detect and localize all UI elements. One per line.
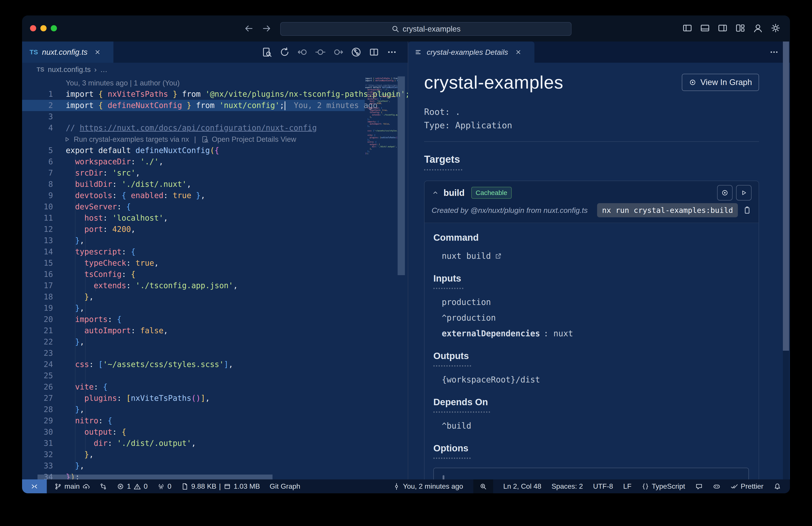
tab-project-details[interactable]: crystal-examples Details <box>408 42 534 63</box>
open-preview-icon[interactable] <box>261 47 272 57</box>
collapse-chevron-icon[interactable] <box>432 189 439 197</box>
code-line[interactable]: 5export default defineNuxtConfig({ <box>22 145 408 156</box>
code-editor[interactable]: You, 3 minutes ago | 1 author (You)1impo… <box>22 76 408 479</box>
line-number[interactable]: 15 <box>22 257 53 269</box>
statusbar-zoom-control[interactable] <box>473 479 493 493</box>
code-line[interactable]: 4// https://nuxt.com/docs/api/configurat… <box>22 122 408 133</box>
code-line[interactable]: 28 }, <box>22 404 408 415</box>
statusbar-git-graph[interactable]: Git Graph <box>270 482 300 491</box>
code-line[interactable]: 9 devtools: { enabled: true }, <box>22 190 408 201</box>
toggle-primary-sidebar-icon[interactable] <box>682 23 692 33</box>
code-line[interactable]: 16 tsConfig: { <box>22 269 408 280</box>
codelens-open-link[interactable]: Open Project Details View <box>212 133 296 145</box>
line-number[interactable]: 6 <box>22 156 53 167</box>
line-number[interactable]: 7 <box>22 167 53 179</box>
line-number[interactable]: 18 <box>22 291 53 302</box>
statusbar-formatter[interactable]: Prettier <box>730 482 764 491</box>
breadcrumb-file[interactable]: nuxt.config.ts <box>48 65 91 74</box>
minimap[interactable]: import { nxViteTsPaths } from '@nx/vite/… <box>365 77 397 155</box>
settings-gear-icon[interactable] <box>770 23 781 33</box>
line-number[interactable]: 24 <box>22 359 53 370</box>
code-line[interactable]: 24 css: ['~/assets/css/styles.scss'], <box>22 359 408 370</box>
code-line[interactable]: 3 <box>22 111 408 122</box>
line-number[interactable]: 13 <box>22 235 53 246</box>
statusbar-git-compare[interactable] <box>100 483 107 490</box>
code-line[interactable]: 15 typeCheck: true, <box>22 257 408 269</box>
code-line[interactable]: 6 workspaceDir: './', <box>22 156 408 167</box>
code-line[interactable]: 29 nitro: { <box>22 415 408 426</box>
statusbar-language-mode[interactable]: TypeScript <box>642 482 685 491</box>
split-editor-icon[interactable] <box>369 47 379 57</box>
line-number[interactable]: 5 <box>22 145 53 156</box>
line-number[interactable]: 27 <box>22 393 53 404</box>
code-line[interactable]: 27 plugins: [nxViteTsPaths()], <box>22 393 408 404</box>
minimize-window-button[interactable] <box>40 25 46 31</box>
editor-horizontal-scrollbar[interactable] <box>38 474 273 479</box>
line-number[interactable]: 25 <box>22 370 53 381</box>
current-change-icon[interactable] <box>315 47 326 57</box>
statusbar-cursor-position[interactable]: Ln 2, Col 48 <box>503 482 541 491</box>
code-line[interactable]: 2import { defineNuxtConfig } from 'nuxt/… <box>22 100 408 111</box>
statusbar-copilot[interactable] <box>713 483 721 490</box>
line-number[interactable]: 14 <box>22 246 53 257</box>
remote-indicator[interactable] <box>22 479 47 493</box>
line-number[interactable]: 16 <box>22 269 53 280</box>
tab-nuxt-config[interactable]: TS nuxt.config.ts <box>22 42 113 63</box>
line-number[interactable]: 19 <box>22 302 53 314</box>
history-forward-icon[interactable] <box>261 24 272 33</box>
view-target-in-graph-button[interactable] <box>717 185 733 200</box>
line-number[interactable]: 22 <box>22 336 53 347</box>
line-number[interactable]: 23 <box>22 347 53 359</box>
code-line[interactable]: 7 srcDir: 'src', <box>22 167 408 179</box>
close-panel-tab-icon[interactable] <box>514 48 522 56</box>
line-number[interactable]: 17 <box>22 280 53 291</box>
line-number[interactable]: 8 <box>22 179 53 190</box>
external-icon[interactable] <box>494 252 502 260</box>
copy-command-icon[interactable] <box>743 206 752 215</box>
statusbar-notifications[interactable] <box>773 483 781 490</box>
line-number[interactable]: 10 <box>22 201 53 212</box>
code-line[interactable]: 17 extends: './tsconfig.app.json', <box>22 280 408 291</box>
account-icon[interactable] <box>753 23 763 33</box>
line-number[interactable]: 29 <box>22 415 53 426</box>
maximize-window-button[interactable] <box>51 25 57 31</box>
code-line[interactable]: 30 output: { <box>22 426 408 438</box>
refresh-icon[interactable] <box>279 47 290 57</box>
code-line[interactable]: 18 }, <box>22 291 408 302</box>
close-tab-icon[interactable] <box>94 48 101 56</box>
line-number[interactable]: 20 <box>22 314 53 325</box>
code-line[interactable]: 33 }, <box>22 460 408 471</box>
line-number[interactable]: 26 <box>22 381 53 393</box>
file-history-icon[interactable] <box>351 47 361 57</box>
codelens-row[interactable]: Run crystal-examples targets via nx | Op… <box>22 133 408 145</box>
code-line[interactable]: 8 buildDir: './dist/.nuxt', <box>22 179 408 190</box>
toggle-secondary-sidebar-icon[interactable] <box>717 23 728 33</box>
line-number[interactable]: 12 <box>22 224 53 235</box>
panel-more-actions-icon[interactable] <box>769 47 779 57</box>
statusbar-file-size[interactable]: 9.88 KB|1.03 MB <box>181 482 260 491</box>
line-number[interactable]: 2 <box>22 100 53 111</box>
command-center-search[interactable]: crystal-examples <box>280 22 571 36</box>
next-change-icon[interactable] <box>333 47 344 57</box>
toggle-panel-icon[interactable] <box>700 23 710 33</box>
code-line[interactable]: 19 }, <box>22 302 408 314</box>
statusbar-indentation[interactable]: Spaces: 2 <box>551 482 583 491</box>
run-command-chip[interactable]: nx run crystal-examples:build <box>597 203 738 217</box>
more-actions-icon[interactable] <box>387 47 397 57</box>
code-line[interactable]: 21 autoImport: false, <box>22 325 408 336</box>
customize-layout-icon[interactable] <box>735 23 745 33</box>
code-line[interactable]: 23 <box>22 347 408 359</box>
line-number[interactable]: 28 <box>22 404 53 415</box>
panel-scrollbar-thumb[interactable] <box>783 42 789 351</box>
statusbar-eol[interactable]: LF <box>623 482 631 491</box>
code-line[interactable]: 13 }, <box>22 235 408 246</box>
breadcrumb[interactable]: TS nuxt.config.ts › … <box>22 63 408 76</box>
breadcrumb-more[interactable]: … <box>100 65 107 74</box>
code-line[interactable]: 10 devServer: { <box>22 201 408 212</box>
statusbar-problems[interactable]: 10 <box>117 482 148 491</box>
statusbar-git-branch[interactable]: main <box>54 482 90 491</box>
code-line[interactable]: 20 imports: { <box>22 314 408 325</box>
code-line[interactable]: 14 typescript: { <box>22 246 408 257</box>
previous-change-icon[interactable] <box>297 47 308 57</box>
line-number[interactable]: 3 <box>22 111 53 122</box>
